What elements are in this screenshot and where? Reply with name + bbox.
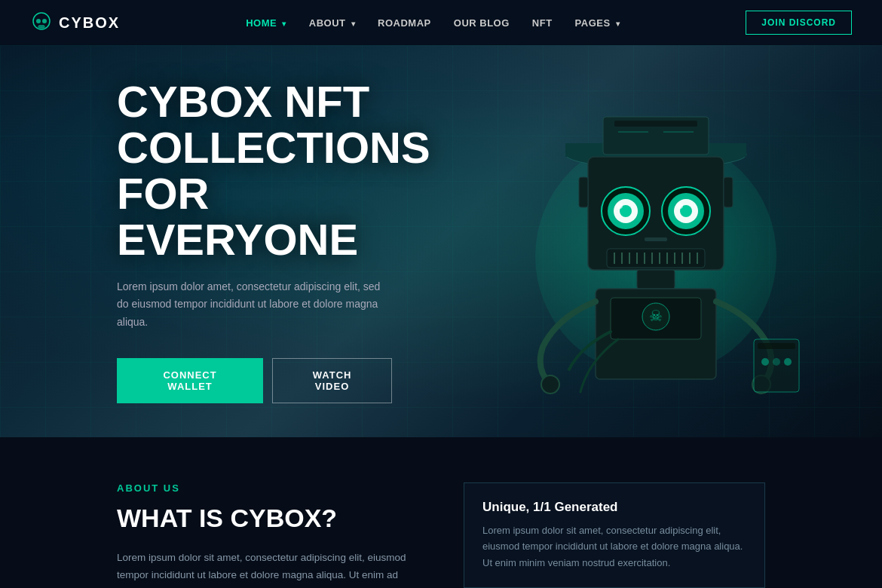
nav-item-about[interactable]: ABOUT ▾ (309, 16, 355, 29)
svg-rect-51 (579, 177, 588, 207)
svg-rect-47 (758, 343, 795, 349)
about-description: Lorem ipsum dolor sit amet, consectetur … (117, 549, 418, 588)
feature-card-title-0: Unique, 1/1 Generated (482, 500, 746, 515)
chevron-down-icon: ▾ (282, 20, 286, 28)
nav-link-home[interactable]: HOME ▾ (246, 17, 286, 29)
svg-rect-11 (614, 121, 697, 127)
hero-title: CYBOX NFT COLLECTIONS FOR EVERYONE (117, 79, 392, 263)
connect-wallet-button[interactable]: CONNECT WALLET (117, 358, 263, 403)
svg-point-1 (36, 19, 41, 23)
chevron-down-icon: ▾ (616, 20, 620, 28)
robot-svg: ☠ (498, 45, 814, 437)
watch-video-button[interactable]: WATCH VIDEO (272, 358, 392, 403)
nav-item-pages[interactable]: PAGES ▾ (575, 16, 620, 29)
nav-link-roadmap[interactable]: ROADMAP (378, 17, 431, 29)
nav-link-blog[interactable]: OUR BLOG (454, 17, 510, 29)
hero-buttons: CONNECT WALLET WATCH VIDEO (117, 358, 392, 403)
nav-link-about[interactable]: ABOUT ▾ (309, 17, 355, 29)
svg-point-44 (541, 375, 559, 394)
nav-link-pages[interactable]: PAGES ▾ (575, 17, 620, 29)
svg-text:☠: ☠ (649, 308, 663, 324)
navbar: CYBOX HOME ▾ ABOUT ▾ ROADMAP OUR BLOG NF… (0, 0, 882, 45)
svg-point-2 (42, 19, 47, 23)
about-section: ABOUT US WHAT IS CYBOX? Lorem ipsum dolo… (0, 437, 882, 588)
logo-icon (30, 11, 53, 34)
svg-point-50 (784, 358, 792, 366)
feature-card-unique: Unique, 1/1 Generated Lorem ipsum dolor … (464, 482, 765, 588)
feature-card-text-0: Lorem ipsum dolor sit amet, consectetur … (482, 522, 746, 571)
svg-point-49 (773, 358, 780, 366)
hero-content: CYBOX NFT COLLECTIONS FOR EVERYONE Lorem… (0, 79, 392, 403)
svg-point-24 (677, 203, 683, 209)
about-left-column: ABOUT US WHAT IS CYBOX? Lorem ipsum dolo… (117, 482, 418, 588)
svg-rect-52 (724, 177, 733, 207)
nav-link-nft[interactable]: NFT (532, 17, 553, 29)
svg-point-48 (761, 358, 769, 366)
about-title: WHAT IS CYBOX? (117, 503, 418, 534)
hero-description: Lorem ipsum dolor amet, consectetur adip… (117, 278, 392, 332)
logo[interactable]: CYBOX (30, 11, 120, 34)
join-discord-button[interactable]: JOIN DISCORD (746, 11, 852, 35)
about-features: Unique, 1/1 Generated Lorem ipsum dolor … (464, 482, 795, 588)
nav-links: HOME ▾ ABOUT ▾ ROADMAP OUR BLOG NFT PAGE… (246, 16, 620, 29)
robot-illustration: ☠ (498, 45, 814, 437)
hero-section: CYBOX NFT COLLECTIONS FOR EVERYONE Lorem… (0, 45, 882, 437)
nav-item-nft[interactable]: NFT (532, 16, 553, 29)
about-section-label: ABOUT US (117, 482, 418, 494)
brand-name: CYBOX (59, 14, 120, 32)
svg-point-23 (617, 203, 623, 209)
hero-robot-image: ☠ (475, 45, 837, 437)
svg-rect-39 (637, 270, 675, 289)
nav-item-home[interactable]: HOME ▾ (246, 16, 286, 29)
nav-item-blog[interactable]: OUR BLOG (454, 16, 510, 29)
svg-rect-25 (645, 237, 667, 241)
nav-item-roadmap[interactable]: ROADMAP (378, 16, 431, 29)
chevron-down-icon: ▾ (351, 20, 356, 28)
